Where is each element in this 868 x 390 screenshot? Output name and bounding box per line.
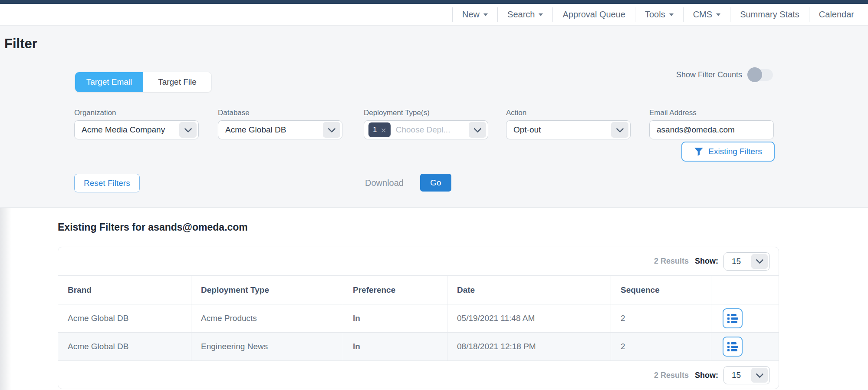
list-icon	[727, 341, 739, 352]
deployment-types-select[interactable]: 1 × Choose Depl...	[364, 120, 488, 139]
show-filter-counts-label: Show Filter Counts	[676, 70, 742, 79]
deployment-types-placeholder: Choose Depl...	[396, 125, 450, 135]
nav-item-cms-label: CMS	[693, 10, 712, 20]
caret-down-icon	[716, 13, 720, 16]
filter-funnel-icon	[694, 147, 704, 156]
show-label: Show:	[695, 257, 718, 266]
nav-items: New Search Approval Queue Tools CMS Summ…	[452, 4, 864, 25]
page-title: Filter	[4, 36, 37, 52]
action-dropdown-button[interactable]	[611, 122, 628, 138]
caret-down-icon	[669, 13, 674, 16]
nav-item-summary-stats[interactable]: Summary Stats	[730, 7, 809, 22]
email-field[interactable]	[649, 120, 774, 139]
chevron-down-icon	[184, 125, 192, 132]
deployment-types-label: Deployment Type(s)	[364, 109, 430, 117]
organization-value: Acme Media Company	[82, 125, 165, 135]
existing-filters-button-label: Existing Filters	[708, 147, 762, 156]
tab-target-email[interactable]: Target Email	[75, 72, 143, 92]
table-header-row: Brand Deployment Type Preference Date Se…	[58, 276, 779, 304]
chevron-down-icon	[616, 125, 624, 132]
page-size-dropdown-button[interactable]	[751, 254, 768, 269]
cell-deployment-type: Engineering News	[191, 333, 343, 360]
caret-down-icon	[483, 13, 488, 16]
nav-item-tools[interactable]: Tools	[635, 7, 683, 22]
column-header-sequence: Sequence	[611, 276, 711, 304]
chevron-down-icon	[328, 125, 335, 132]
cell-preference: In	[343, 333, 447, 360]
reset-filters-label: Reset Filters	[84, 178, 130, 188]
action-select[interactable]: Opt-out	[506, 120, 631, 139]
cell-preference: In	[343, 304, 447, 332]
column-header-actions	[711, 276, 779, 304]
database-dropdown-button[interactable]	[323, 122, 340, 138]
show-label: Show:	[695, 371, 718, 380]
database-select[interactable]: Acme Global DB	[218, 120, 342, 139]
nav-item-approval-queue-label: Approval Queue	[562, 10, 625, 20]
cell-brand: Acme Global DB	[58, 304, 191, 332]
cell-date: 08/18/2021 12:18 PM	[447, 333, 611, 360]
column-header-deployment-type: Deployment Type	[191, 276, 343, 304]
cell-sequence: 2	[611, 304, 711, 332]
nav-item-new[interactable]: New	[452, 7, 497, 22]
email-field-wrap	[649, 120, 774, 139]
column-header-date: Date	[447, 276, 611, 304]
target-segmented-control: Target Email Target File	[75, 72, 212, 93]
chip-count: 1	[373, 126, 377, 134]
cell-sequence: 2	[611, 333, 711, 360]
chevron-down-icon	[473, 125, 481, 132]
existing-filters-card: 2 Results Show: 15 Brand Deployment Type…	[58, 247, 779, 389]
page-size-select[interactable]: 15	[723, 252, 770, 271]
column-header-brand: Brand	[58, 276, 191, 304]
go-button-label: Go	[430, 178, 441, 188]
action-label: Action	[506, 109, 526, 117]
organization-dropdown-button[interactable]	[179, 122, 197, 138]
row-details-button[interactable]	[723, 308, 743, 328]
page-size-value: 15	[732, 257, 741, 266]
nav-item-summary-stats-label: Summary Stats	[740, 10, 799, 20]
deployment-types-dropdown-button[interactable]	[469, 122, 486, 138]
results-heading: Existing Filters for asands@omeda.com	[58, 221, 248, 233]
existing-filters-button[interactable]: Existing Filters	[681, 142, 775, 162]
database-label: Database	[218, 109, 250, 117]
column-header-preference: Preference	[343, 276, 447, 304]
organization-select[interactable]: Acme Media Company	[74, 120, 199, 139]
chevron-down-icon	[756, 370, 763, 378]
nav-item-new-label: New	[462, 10, 480, 20]
nav-item-approval-queue[interactable]: Approval Queue	[552, 7, 635, 22]
main-nav: New Search Approval Queue Tools CMS Summ…	[0, 4, 868, 26]
database-value: Acme Global DB	[225, 125, 286, 135]
top-accent-bar	[0, 0, 868, 4]
page-size-dropdown-button[interactable]	[751, 368, 768, 383]
show-filter-counts: Show Filter Counts	[676, 66, 773, 83]
nav-item-calendar-label: Calendar	[819, 10, 854, 20]
results-count: 2 Results	[654, 257, 689, 266]
table-bottom-bar: 2 Results Show: 15	[58, 361, 779, 389]
nav-item-cms[interactable]: CMS	[683, 7, 730, 22]
email-address-label: Email Address	[649, 109, 697, 117]
action-value: Opt-out	[513, 125, 541, 135]
page-size-value: 15	[732, 370, 741, 380]
organization-label: Organization	[74, 109, 116, 117]
nav-item-tools-label: Tools	[645, 10, 665, 20]
chip-remove-icon[interactable]: ×	[381, 126, 386, 135]
cell-deployment-type: Acme Products	[191, 304, 343, 332]
list-icon	[727, 313, 739, 324]
cell-brand: Acme Global DB	[58, 333, 191, 360]
go-button[interactable]: Go	[420, 174, 451, 192]
row-details-button[interactable]	[723, 337, 743, 357]
reset-filters-button[interactable]: Reset Filters	[74, 174, 140, 192]
table-row: Acme Global DB Acme Products In 05/19/20…	[58, 304, 779, 333]
left-edge-shadow	[0, 208, 11, 390]
selected-count-chip: 1 ×	[368, 122, 391, 137]
show-filter-counts-toggle[interactable]	[748, 69, 773, 81]
table-row: Acme Global DB Engineering News In 08/18…	[58, 333, 779, 361]
nav-item-search[interactable]: Search	[497, 7, 552, 22]
filter-page: New Search Approval Queue Tools CMS Summ…	[0, 0, 868, 390]
chevron-down-icon	[756, 256, 763, 264]
page-size-select[interactable]: 15	[723, 366, 770, 384]
nav-item-calendar[interactable]: Calendar	[809, 7, 864, 22]
tab-target-file[interactable]: Target File	[143, 72, 211, 92]
download-label: Download	[365, 178, 404, 188]
table-top-bar: 2 Results Show: 15	[58, 247, 779, 276]
nav-item-search-label: Search	[507, 10, 535, 20]
